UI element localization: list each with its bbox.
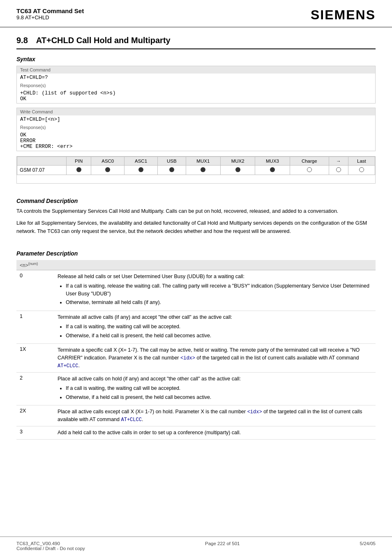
param-val-3: Place all active calls on hold (if any) …: [49, 373, 376, 405]
section-title: AT+CHLD Call Hold and Multiparty: [36, 36, 171, 45]
ref-col-mux1: MUX1: [186, 157, 220, 166]
param-row-1: 1Terminate all active calls (if any) and…: [16, 311, 376, 344]
param-key-0: 0: [16, 270, 49, 311]
write-command-label: Write Command: [17, 108, 375, 115]
dot-empty-charge: [307, 167, 312, 172]
dot-filled-asc1: [138, 167, 143, 172]
command-description-p2: Like for all Supplementary Services, the…: [16, 219, 376, 235]
param-val-2: Terminate a specific call X (X= 1-7). Th…: [49, 344, 376, 373]
section-heading: 9.8 AT+CHLD Call Hold and Multiparty: [16, 36, 376, 49]
ref-table-header-row: PIN ASC0 ASC1 USB MUX1 MUX2 MUX3 Charge …: [17, 157, 375, 166]
command-description-heading: Command Description: [16, 198, 376, 204]
param-val-4: Place all active calls except call X (X=…: [49, 405, 376, 426]
ref-col-mux3: MUX3: [255, 157, 290, 166]
main-content: 9.8 AT+CHLD Call Hold and Multiparty Syn…: [0, 28, 392, 454]
param-desc-5: Add a held call to the active calls in o…: [58, 429, 372, 437]
param-bullet-0-0: If a call is waiting, release the waitin…: [66, 282, 372, 298]
section-number: 9.8: [16, 36, 28, 45]
param-desc-4: Place all active calls except call X (X=…: [58, 408, 372, 424]
param-bullets-0: If a call is waiting, release the waitin…: [66, 282, 372, 306]
syntax-block-write: Write Command AT+CHLD=[<n>] Response(s) …: [16, 108, 376, 151]
param-header-cell: <n>(num): [16, 260, 376, 270]
dot-empty-last: [359, 167, 364, 172]
header-title: TC63 AT Command Set: [16, 7, 84, 14]
command-description-p1: TA controls the Supplementary Services C…: [16, 207, 376, 215]
param-bullet-1-0: If a call is waiting, the waiting call w…: [66, 323, 372, 331]
param-row-4: 2XPlace all active calls except call X (…: [16, 405, 376, 426]
ref-col-pin: PIN: [67, 157, 91, 166]
ref-dot-usb: [157, 166, 186, 175]
ref-dot-arrow: [329, 166, 348, 175]
param-bullet-3-0: If a call is waiting, the waiting call w…: [66, 385, 372, 392]
ref-dot-charge: [290, 166, 329, 175]
ref-dot-asc0: [91, 166, 125, 175]
param-row-5: 3Add a held call to the active calls in …: [16, 426, 376, 440]
ref-col-usb: USB: [157, 157, 186, 166]
ref-dot-mux1: [186, 166, 220, 175]
dot-filled-usb: [169, 167, 174, 172]
write-response-label: Response(s): [17, 124, 375, 131]
reference-table-block: PIN ASC0 ASC1 USB MUX1 MUX2 MUX3 Charge …: [16, 156, 376, 184]
param-val-5: Add a held call to the active calls in o…: [49, 426, 376, 440]
ref-dot-asc1: [125, 166, 158, 175]
footer-doc-id: TC63_ATC_V00.490: [16, 541, 85, 546]
param-row-0: 0Release all held calls or set User Dete…: [16, 270, 376, 311]
param-desc-2: Terminate a specific call X (X= 1-7). Th…: [58, 346, 372, 370]
param-bullets-3: If a call is waiting, the waiting call w…: [66, 385, 372, 401]
param-key-4: 2X: [16, 405, 49, 426]
dot-filled-asc0: [105, 167, 110, 172]
dot-filled-mux3: [270, 167, 275, 172]
ref-col-last: Last: [348, 157, 375, 166]
parameter-description-heading: Parameter Description: [16, 250, 376, 257]
header-left: TC63 AT Command Set 9.8 AT+CHLD: [16, 7, 84, 21]
test-response-text: +CHLD: (list of supported <n>s)OK: [17, 89, 375, 103]
test-command-label: Test Command: [17, 66, 375, 74]
ref-row-label: GSM 07.07: [17, 166, 67, 175]
footer-confidential: Confidential / Draft - Do not copy: [16, 546, 85, 551]
ref-col-charge: Charge: [290, 157, 329, 166]
reference-table: PIN ASC0 ASC1 USB MUX1 MUX2 MUX3 Charge …: [17, 157, 375, 175]
ref-dot-mux2: [221, 166, 255, 175]
param-bullet-0-1: Otherwise, terminate all held calls (if …: [66, 299, 372, 306]
ref-col-arrow: →: [329, 157, 348, 166]
test-response-label: Response(s): [17, 82, 375, 89]
param-desc-3: Place all active calls on hold (if any) …: [58, 375, 372, 383]
param-bullet-1-1: Otherwise, if a held call is present, th…: [66, 332, 372, 340]
param-row-2: 1XTerminate a specific call X (X= 1-7). …: [16, 344, 376, 373]
ref-col-label: [17, 157, 67, 166]
write-command-text: AT+CHLD=[<n>]: [17, 115, 375, 124]
test-command-text: AT+CHLD=?: [17, 74, 375, 82]
parameter-table: <n>(num) 0Release all held calls or set …: [16, 260, 376, 440]
syntax-heading: Syntax: [16, 56, 376, 62]
ref-col-asc1: ASC1: [125, 157, 158, 166]
param-key-5: 3: [16, 426, 49, 440]
dot-filled-pin: [76, 167, 81, 172]
param-val-0: Release all held calls or set User Deter…: [49, 270, 376, 311]
footer-date: 5/24/05: [360, 541, 376, 551]
write-response-text: OKERROR+CME ERROR: <err>: [17, 131, 375, 151]
param-row-3: 2Place all active calls on hold (if any)…: [16, 373, 376, 405]
param-header-row: <n>(num): [16, 260, 376, 270]
syntax-block-test: Test Command AT+CHLD=? Response(s) +CHLD…: [16, 66, 376, 104]
param-key-1: 1: [16, 311, 49, 344]
ref-dot-last: [348, 166, 375, 175]
param-key-3: 2: [16, 373, 49, 405]
ref-table-row: GSM 07.07: [17, 166, 375, 175]
dot-filled-mux2: [235, 167, 240, 172]
param-bullet-3-1: Otherwise, if a held call is present, th…: [66, 394, 372, 401]
param-desc-0: Release all held calls or set User Deter…: [58, 273, 372, 281]
page-header: TC63 AT Command Set 9.8 AT+CHLD SIEMENS: [0, 0, 392, 28]
siemens-logo: SIEMENS: [311, 7, 376, 23]
ref-col-mux2: MUX2: [221, 157, 255, 166]
header-subtitle: 9.8 AT+CHLD: [16, 14, 84, 21]
param-bullets-1: If a call is waiting, the waiting call w…: [66, 323, 372, 340]
footer-left: TC63_ATC_V00.490 Confidential / Draft - …: [16, 541, 85, 551]
page-footer: TC63_ATC_V00.490 Confidential / Draft - …: [0, 537, 392, 555]
param-desc-1: Terminate all active calls (if any) and …: [58, 313, 372, 321]
ref-dot-mux3: [255, 166, 290, 175]
param-key-2: 1X: [16, 344, 49, 373]
dot-filled-mux1: [201, 167, 205, 172]
ref-col-asc0: ASC0: [91, 157, 125, 166]
footer-page: Page 222 of 501: [205, 541, 240, 551]
dot-empty-arrow: [336, 167, 341, 172]
